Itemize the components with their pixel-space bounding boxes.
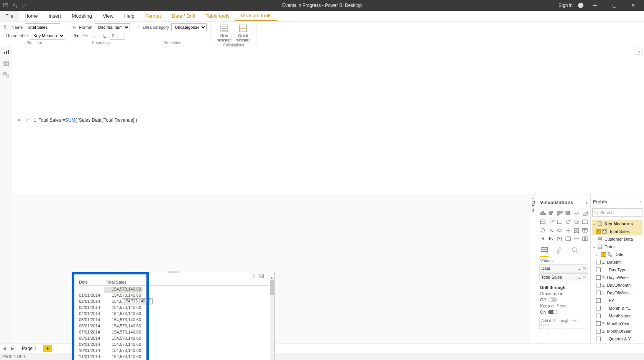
well-date[interactable]: Date⌄✕ xyxy=(539,264,588,272)
formula-bar[interactable]: ✕ ✓ 1 Total Sales = SUM ( 'Sales Data'[T… xyxy=(12,46,644,195)
col-total-sales[interactable]: Total Sales xyxy=(104,279,143,285)
tab-data-drill[interactable]: Data / Drill xyxy=(166,11,200,21)
field-fy[interactable]: FY xyxy=(592,297,642,304)
analytics-tab-icon[interactable] xyxy=(571,246,579,257)
viz-type-icon[interactable] xyxy=(539,227,546,234)
decimal-inc-icon[interactable]: .0.00 xyxy=(100,32,107,40)
field-monthofyear[interactable]: ΣMonthOfYear xyxy=(592,327,642,335)
viz-type-icon[interactable] xyxy=(556,227,563,234)
thousands-button[interactable]: , xyxy=(91,32,98,40)
tab-modeling[interactable]: Modeling xyxy=(66,11,97,21)
scroll-up-icon[interactable]: ▲ xyxy=(270,275,274,280)
col-date[interactable]: Date xyxy=(77,279,104,285)
add-page-button[interactable]: + xyxy=(43,345,52,352)
format-select[interactable]: Decimal number xyxy=(95,23,130,31)
percent-button[interactable]: % xyxy=(82,32,89,40)
viz-type-icon[interactable]: R xyxy=(539,235,546,242)
viz-type-icon[interactable] xyxy=(548,218,555,225)
table-row[interactable]: 11/01/2014154,573,140.60 xyxy=(77,354,143,360)
formula-expand-icon[interactable]: ⌄ xyxy=(636,48,642,54)
viz-type-icon[interactable] xyxy=(539,218,546,225)
viz-type-icon[interactable] xyxy=(565,210,572,217)
report-canvas[interactable]: ⋯ Date Total Sales 154,573,140.6001/01/2… xyxy=(12,195,529,343)
table-row[interactable]: 154,573,140.60 xyxy=(77,287,143,293)
viz-type-icon[interactable]: Py xyxy=(548,235,555,242)
redo-icon[interactable] xyxy=(21,2,27,9)
field-dateint[interactable]: ΣDateInt xyxy=(592,258,642,266)
scroll-thumb[interactable] xyxy=(270,280,274,295)
keep-filters-toggle[interactable] xyxy=(548,310,557,314)
tab-file[interactable]: File xyxy=(0,11,19,21)
viz-type-icon[interactable] xyxy=(556,210,563,217)
filter-icon[interactable] xyxy=(251,273,256,278)
close-icon[interactable]: ✕ xyxy=(626,3,641,8)
field-monthnyear[interactable]: ΣMonthnYear xyxy=(592,320,642,327)
tab-view[interactable]: View xyxy=(97,11,119,21)
viz-type-icon[interactable] xyxy=(582,210,588,217)
table-row[interactable]: 03/01/2014154,573,140.60 xyxy=(77,305,143,311)
undo-icon[interactable] xyxy=(12,2,18,9)
format-tab-icon[interactable] xyxy=(555,246,564,257)
page-next-icon[interactable]: ▶ xyxy=(8,346,17,351)
table-row[interactable]: 04/01/2014154,573,140.60 xyxy=(77,311,143,317)
table-customer[interactable]: ›Customer Data xyxy=(592,235,642,243)
report-view-icon[interactable] xyxy=(0,46,12,58)
user-avatar-icon[interactable] xyxy=(578,3,583,8)
page-tab[interactable]: Page 1 xyxy=(17,343,41,353)
table-row[interactable]: 08/01/2014154,573,140.60 xyxy=(77,336,143,342)
save-icon[interactable] xyxy=(3,2,8,9)
tab-help[interactable]: Help xyxy=(119,11,140,21)
fields-search[interactable]: Search xyxy=(592,208,642,217)
viz-type-icon[interactable] xyxy=(539,210,546,217)
chevron-right-icon[interactable]: › xyxy=(586,200,587,205)
maximize-icon[interactable]: ▢ xyxy=(606,3,622,8)
viz-type-icon[interactable] xyxy=(573,218,580,225)
tab-format[interactable]: Format xyxy=(140,11,166,21)
field-dayofmonth[interactable]: ΣDayOfMonth xyxy=(592,281,642,289)
tab-measure-tools[interactable]: Measure tools xyxy=(235,11,277,21)
viz-type-icon[interactable] xyxy=(573,210,580,217)
decimals-input[interactable] xyxy=(110,32,125,40)
chevron-down-icon[interactable]: ⌄ xyxy=(578,275,581,279)
chevron-down-icon[interactable]: ⌄ xyxy=(578,266,581,271)
table-row[interactable]: 07/01/2014154,573,140.60 xyxy=(77,330,143,336)
home-table-select[interactable]: Key Measures xyxy=(30,32,65,40)
table-row[interactable]: 05/01/2014154,573,140.60 xyxy=(77,317,143,324)
drill-through-drop[interactable]: Add drill-through fields here xyxy=(539,317,588,329)
viz-type-icon[interactable] xyxy=(565,218,572,225)
viz-type-icon[interactable] xyxy=(556,218,563,225)
cross-report-toggle[interactable] xyxy=(548,297,557,302)
data-category-select[interactable]: Uncategorized xyxy=(171,23,207,31)
remove-icon[interactable]: ✕ xyxy=(583,275,586,279)
name-input[interactable] xyxy=(25,23,60,31)
resize-handle-icon[interactable] xyxy=(168,271,179,273)
tab-home[interactable]: Home xyxy=(19,11,43,21)
viz-type-icon[interactable] xyxy=(565,235,572,242)
minimize-icon[interactable]: — xyxy=(587,3,603,8)
viz-type-icon[interactable] xyxy=(548,210,555,217)
table-key-measures[interactable]: ⌄Key Measures xyxy=(592,220,642,228)
viz-type-icon[interactable] xyxy=(556,235,563,242)
viz-type-icon[interactable] xyxy=(582,227,588,234)
focus-mode-icon[interactable] xyxy=(259,273,264,278)
table-dates[interactable]: ⌄Dates xyxy=(592,243,642,251)
field-daytype[interactable]: Day Type xyxy=(592,266,642,274)
viz-type-icon[interactable] xyxy=(565,227,572,234)
fields-tab-icon[interactable] xyxy=(540,246,549,257)
tab-insert[interactable]: Insert xyxy=(43,11,67,21)
field-dayofweek[interactable]: ΣDayOfWeek... xyxy=(592,289,642,297)
viz-type-icon[interactable] xyxy=(582,235,588,242)
well-total-sales[interactable]: Total Sales⌄✕ xyxy=(539,273,588,281)
table-row[interactable]: 06/01/2014154,573,140.60 xyxy=(77,324,143,330)
field-monthname[interactable]: MonthName xyxy=(592,312,642,320)
quick-measure-button[interactable]: Quick measure xyxy=(234,23,253,42)
table-visual[interactable]: ⋯ Date Total Sales 154,573,140.6001/01/2… xyxy=(72,272,275,360)
tab-table-tools[interactable]: Table tools xyxy=(200,11,235,21)
field-dayinweek[interactable]: ΣDayInWeek xyxy=(592,274,642,281)
field-total-sales[interactable]: Total Sales xyxy=(592,228,642,235)
scrollbar[interactable]: ▲ ▼ xyxy=(270,280,274,360)
sign-in-button[interactable]: Sign in xyxy=(559,3,573,8)
viz-type-icon[interactable] xyxy=(573,227,580,234)
filters-pane-collapsed[interactable]: ‹ Filters xyxy=(529,195,537,343)
viz-type-icon[interactable] xyxy=(548,227,555,234)
